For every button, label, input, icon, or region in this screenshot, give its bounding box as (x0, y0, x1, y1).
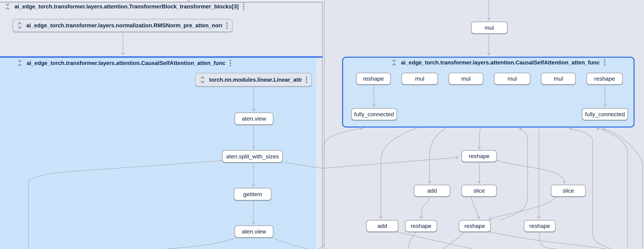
op-node-mul[interactable]: mul (494, 73, 530, 85)
op-node-fully-connected[interactable]: fully_connected (351, 108, 397, 120)
graph-edge (374, 85, 374, 106)
op-node-getitem[interactable]: getitem (234, 188, 272, 200)
graph-edge (500, 128, 528, 220)
op-node-slice[interactable]: slice (462, 185, 497, 197)
layer-node-label: ai_edge_torch.transformer.layers.normali… (26, 22, 222, 29)
op-node-aten-view[interactable]: aten.view (234, 226, 274, 238)
graph-edge (605, 85, 605, 106)
graph-edge (490, 197, 556, 219)
op-node-aten-view[interactable]: aten.view (234, 112, 274, 125)
graph-edge (284, 158, 458, 168)
graph-edge (324, 128, 362, 249)
op-node-aten-split-with-sizes[interactable]: aten.split_with_sizes (222, 150, 283, 163)
group-causal-self-attention-left-selected-border (0, 56, 323, 58)
graph-edge (430, 128, 446, 183)
kebab-menu-icon[interactable] (243, 3, 245, 10)
op-node-reshape[interactable]: reshape (462, 150, 497, 162)
graph-edge (28, 160, 222, 249)
graph-edge (603, 128, 642, 249)
collapse-icon[interactable] (5, 3, 10, 10)
graph-edge (166, 238, 236, 249)
kebab-menu-icon[interactable] (306, 76, 308, 84)
group-title: ai_edge_torch.transformer.layers.attenti… (14, 3, 239, 10)
graph-edge (479, 128, 480, 148)
op-node-add[interactable]: add (414, 185, 450, 197)
op-node-reshape[interactable]: reshape (459, 220, 491, 232)
graph-edge (381, 128, 417, 218)
op-node-mul[interactable]: mul (471, 22, 508, 34)
collapse-icon[interactable] (17, 59, 22, 67)
op-node-mul[interactable]: mul (402, 73, 438, 85)
group-title: ai_edge_torch.transformer.layers.attenti… (27, 60, 225, 66)
group-title: ai_edge_torch.transformer.layers.attenti… (401, 60, 600, 66)
kebab-menu-icon[interactable] (226, 22, 228, 29)
expand-icon[interactable] (200, 76, 206, 84)
op-node-slice[interactable]: slice (551, 185, 586, 197)
graph-edge (422, 197, 430, 218)
expand-icon[interactable] (17, 22, 22, 29)
graph-edge (471, 197, 479, 218)
op-node-reshape[interactable]: reshape (356, 73, 391, 85)
layer-node-rmsnorm[interactable]: ai_edge_torch.transformer.layers.normali… (12, 19, 232, 32)
op-node-fully-connected[interactable]: fully_connected (582, 108, 628, 120)
graph-edge (540, 232, 557, 249)
op-node-reshape[interactable]: reshape (405, 220, 437, 232)
graph-edge (496, 160, 564, 183)
group-header-causal-self-attention-left[interactable]: ai_edge_torch.transformer.layers.attenti… (17, 59, 240, 67)
graph-edge (254, 87, 254, 111)
kebab-menu-icon[interactable] (604, 59, 606, 66)
graph-canvas[interactable]: ai_edge_torch.transformer.layers.attenti… (0, 0, 644, 249)
graph-edge (318, 0, 324, 249)
graph-edge (273, 238, 309, 249)
kebab-menu-icon[interactable] (229, 59, 231, 67)
group-header-transformer-block[interactable]: ai_edge_torch.transformer.layers.attenti… (5, 2, 244, 11)
op-node-mul[interactable]: mul (448, 73, 483, 85)
graph-edge (597, 128, 628, 249)
op-node-add[interactable]: add (366, 220, 398, 232)
edge-layer (0, 0, 644, 249)
layer-node-label: torch.nn.modules.linear.Linear_attn (209, 76, 302, 83)
op-node-reshape[interactable]: reshape (524, 220, 556, 232)
op-node-reshape[interactable]: reshape (586, 73, 623, 85)
op-node-mul[interactable]: mul (541, 73, 576, 85)
graph-edge (396, 232, 473, 249)
collapse-icon[interactable] (391, 59, 397, 66)
graph-edge (489, 232, 607, 249)
layer-node-linear-attn[interactable]: torch.nn.modules.linear.Linear_attn (195, 73, 312, 86)
group-header-causal-self-attention-right[interactable]: ai_edge_torch.transformer.layers.attenti… (391, 58, 590, 67)
